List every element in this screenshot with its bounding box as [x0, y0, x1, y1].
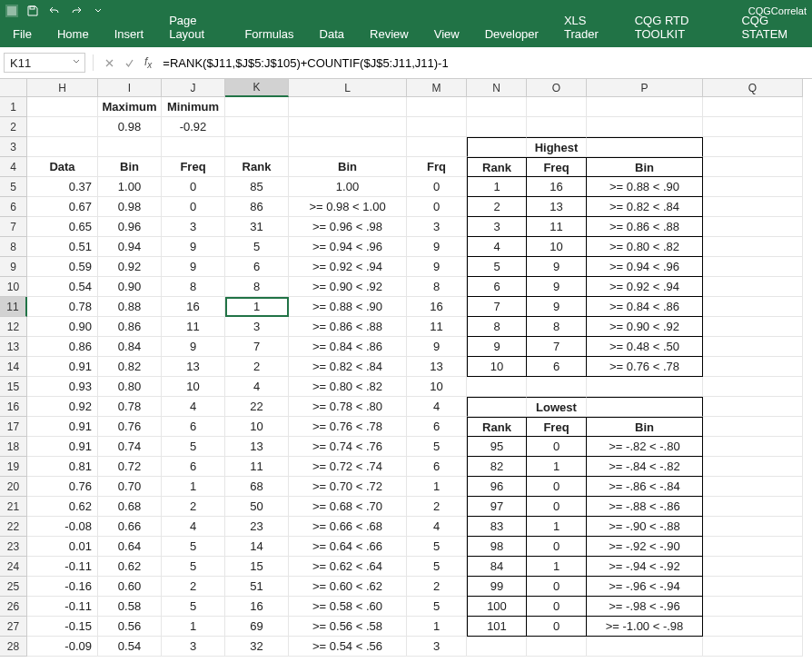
cell-L13[interactable]: >= 0.84 < .86	[289, 337, 407, 357]
cell-H14[interactable]: 0.91	[27, 357, 98, 377]
cell-Q11[interactable]	[703, 297, 803, 317]
cell-J26[interactable]: 5	[162, 597, 225, 617]
cell-H20[interactable]: 0.76	[27, 477, 98, 497]
tab-cqg-statem[interactable]: CQG STATEM	[728, 8, 812, 47]
undo-icon[interactable]	[47, 4, 62, 18]
cell-I6[interactable]: 0.98	[98, 197, 162, 217]
row-header-10[interactable]: 10	[0, 277, 27, 297]
tab-data[interactable]: Data	[307, 22, 357, 47]
cell-L7[interactable]: >= 0.96 < .98	[289, 217, 407, 237]
cell-H13[interactable]: 0.86	[27, 337, 98, 357]
cell-H16[interactable]: 0.92	[27, 397, 98, 417]
cell-I12[interactable]: 0.86	[98, 317, 162, 337]
tab-view[interactable]: View	[421, 22, 472, 47]
cell-M1[interactable]	[407, 97, 467, 117]
cell-I3[interactable]	[98, 137, 162, 157]
cell-L14[interactable]: >= 0.82 < .84	[289, 357, 407, 377]
cell-I4[interactable]: Bin	[98, 157, 162, 177]
cell-I13[interactable]: 0.84	[98, 337, 162, 357]
cell-P14[interactable]: >= 0.76 < .78	[587, 357, 703, 377]
save-icon[interactable]	[25, 4, 40, 18]
cell-I16[interactable]: 0.78	[98, 397, 162, 417]
cell-K7[interactable]: 31	[225, 217, 289, 237]
cell-O8[interactable]: 10	[527, 237, 587, 257]
cell-L19[interactable]: >= 0.72 < .74	[289, 457, 407, 477]
cell-L4[interactable]: Bin	[289, 157, 407, 177]
cell-O3[interactable]: Highest	[527, 137, 587, 157]
cell-H26[interactable]: -0.11	[27, 597, 98, 617]
cell-N21[interactable]: 97	[467, 497, 527, 517]
row-header-28[interactable]: 28	[0, 637, 27, 657]
cell-O11[interactable]: 9	[527, 297, 587, 317]
row-header-1[interactable]: 1	[0, 97, 27, 117]
cell-P28[interactable]	[587, 637, 703, 657]
cell-H3[interactable]	[27, 137, 98, 157]
redo-icon[interactable]	[69, 4, 84, 18]
row-header-27[interactable]: 27	[0, 617, 27, 637]
row-header-24[interactable]: 24	[0, 557, 27, 577]
cell-N4[interactable]: Rank	[467, 157, 527, 177]
cell-Q7[interactable]	[703, 217, 803, 237]
cell-O18[interactable]: 0	[527, 437, 587, 457]
cell-K16[interactable]: 22	[225, 397, 289, 417]
cell-J11[interactable]: 16	[162, 297, 225, 317]
cell-M23[interactable]: 5	[407, 537, 467, 557]
cell-O1[interactable]	[527, 97, 587, 117]
cell-L23[interactable]: >= 0.64 < .66	[289, 537, 407, 557]
cell-I5[interactable]: 1.00	[98, 177, 162, 197]
cell-P16[interactable]	[587, 397, 703, 417]
cell-O24[interactable]: 1	[527, 557, 587, 577]
cell-O9[interactable]: 9	[527, 257, 587, 277]
cell-P3[interactable]	[587, 137, 703, 157]
row-header-16[interactable]: 16	[0, 397, 27, 417]
cell-O22[interactable]: 1	[527, 517, 587, 537]
row-header-8[interactable]: 8	[0, 237, 27, 257]
cell-N12[interactable]: 8	[467, 317, 527, 337]
cell-K3[interactable]	[225, 137, 289, 157]
cell-Q22[interactable]	[703, 517, 803, 537]
cell-P20[interactable]: >= -.86 < -.84	[587, 477, 703, 497]
cell-Q19[interactable]	[703, 457, 803, 477]
cell-Q23[interactable]	[703, 537, 803, 557]
cell-M10[interactable]: 8	[407, 277, 467, 297]
cell-N9[interactable]: 5	[467, 257, 527, 277]
row-header-4[interactable]: 4	[0, 157, 27, 177]
row-header-5[interactable]: 5	[0, 177, 27, 197]
cell-P13[interactable]: >= 0.48 < .50	[587, 337, 703, 357]
cell-O19[interactable]: 1	[527, 457, 587, 477]
cell-L25[interactable]: >= 0.60 < .62	[289, 577, 407, 597]
cell-J17[interactable]: 6	[162, 417, 225, 437]
cell-K24[interactable]: 15	[225, 557, 289, 577]
cell-H7[interactable]: 0.65	[27, 217, 98, 237]
cell-L6[interactable]: >= 0.98 < 1.00	[289, 197, 407, 217]
cell-K6[interactable]: 86	[225, 197, 289, 217]
cell-Q6[interactable]	[703, 197, 803, 217]
cell-N5[interactable]: 1	[467, 177, 527, 197]
cell-M3[interactable]	[407, 137, 467, 157]
cell-O14[interactable]: 6	[527, 357, 587, 377]
cell-J16[interactable]: 4	[162, 397, 225, 417]
cell-H28[interactable]: -0.09	[27, 637, 98, 657]
cell-P17[interactable]: Bin	[587, 417, 703, 437]
cell-H6[interactable]: 0.67	[27, 197, 98, 217]
cell-K27[interactable]: 69	[225, 617, 289, 637]
cell-J9[interactable]: 9	[162, 257, 225, 277]
cell-O26[interactable]: 0	[527, 597, 587, 617]
cell-K28[interactable]: 32	[225, 637, 289, 657]
cell-Q24[interactable]	[703, 557, 803, 577]
cell-N20[interactable]: 96	[467, 477, 527, 497]
cell-M11[interactable]: 16	[407, 297, 467, 317]
cell-M9[interactable]: 9	[407, 257, 467, 277]
cell-L17[interactable]: >= 0.76 < .78	[289, 417, 407, 437]
cell-L21[interactable]: >= 0.68 < .70	[289, 497, 407, 517]
cell-K25[interactable]: 51	[225, 577, 289, 597]
cell-M6[interactable]: 0	[407, 197, 467, 217]
cell-N16[interactable]	[467, 397, 527, 417]
cell-Q1[interactable]	[703, 97, 803, 117]
cell-I8[interactable]: 0.94	[98, 237, 162, 257]
cell-M12[interactable]: 11	[407, 317, 467, 337]
cell-H4[interactable]: Data	[27, 157, 98, 177]
cell-I9[interactable]: 0.92	[98, 257, 162, 277]
cell-M25[interactable]: 2	[407, 577, 467, 597]
cell-J6[interactable]: 0	[162, 197, 225, 217]
